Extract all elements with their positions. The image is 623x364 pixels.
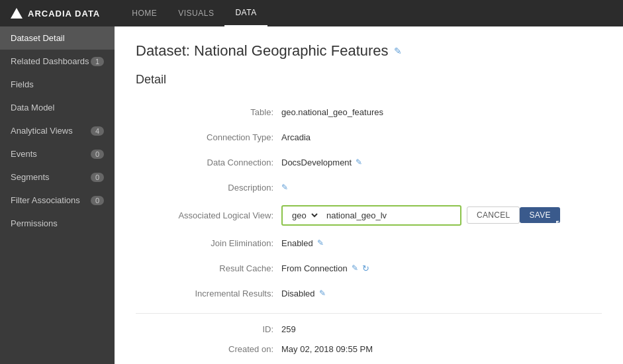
- sidebar-label-dataset-detail: Dataset Detail: [11, 33, 65, 43]
- cancel-button[interactable]: CANCEL: [467, 206, 520, 224]
- connection-type-row: Connection Type: Arcadia: [136, 128, 602, 146]
- nav-home[interactable]: HOME: [121, 0, 168, 26]
- created-on-row: Created on: May 02, 2018 09:55 PM: [136, 344, 602, 359]
- result-cache-label: Result Cache:: [136, 263, 281, 273]
- assoc-controls-group: geo: [281, 205, 461, 226]
- sidebar-label-permissions: Permissions: [11, 218, 58, 228]
- sidebar-badge-segments: 0: [91, 173, 104, 182]
- sidebar-badge-analytical-views: 4: [91, 126, 104, 136]
- sidebar-item-filter-associations[interactable]: Filter Associations 0: [0, 189, 115, 212]
- data-connection-row: Data Connection: DocsDevelopment ✎: [136, 153, 602, 171]
- description-label: Description:: [136, 183, 281, 193]
- join-elimination-row: Join Elimination: Enabled ✎: [136, 234, 602, 252]
- sidebar-item-data-model[interactable]: Data Model: [0, 96, 115, 119]
- incremental-results-value: Disabled ✎: [281, 289, 326, 298]
- logo-triangle-icon: [11, 8, 23, 19]
- description-row: Description: ✎: [136, 178, 602, 197]
- connection-type-value: Arcadia: [281, 132, 311, 142]
- data-connection-value: DocsDevelopment ✎: [281, 158, 362, 167]
- sidebar: Dataset Detail Related Dashboards 1 Fiel…: [0, 26, 115, 364]
- sidebar-item-dataset-detail[interactable]: Dataset Detail: [0, 26, 115, 50]
- sidebar-item-related-dashboards[interactable]: Related Dashboards 1: [0, 50, 115, 73]
- sidebar-badge-filter-associations: 0: [91, 196, 104, 205]
- id-value: 259: [281, 324, 296, 339]
- table-value: geo.national_geo_features: [281, 107, 383, 117]
- cursor-icon: ↖: [555, 218, 563, 228]
- result-cache-row: Result Cache: From Connection ✎ ↻: [136, 259, 602, 277]
- nav-visuals[interactable]: VISUALS: [168, 0, 224, 26]
- created-on-label: Created on:: [136, 344, 281, 359]
- save-label: SAVE: [529, 210, 550, 220]
- join-elimination-value: Enabled ✎: [281, 238, 324, 248]
- page-title: Dataset: National Geographic Features: [136, 42, 389, 60]
- assoc-view-input[interactable]: [324, 209, 456, 222]
- sidebar-label-fields: Fields: [11, 79, 34, 89]
- main-layout: Dataset Detail Related Dashboards 1 Fiel…: [0, 26, 623, 364]
- logo-text: ARCADIA DATA: [28, 9, 100, 19]
- sidebar-item-permissions[interactable]: Permissions: [0, 212, 115, 235]
- nav-data[interactable]: DATA: [224, 0, 267, 26]
- sidebar-badge-related-dashboards: 1: [91, 57, 104, 66]
- result-cache-text: From Connection: [281, 263, 348, 273]
- table-value-text: geo.national_geo_features: [281, 107, 383, 117]
- join-elimination-edit-icon[interactable]: ✎: [317, 238, 324, 248]
- save-button[interactable]: SAVE ↖: [520, 207, 559, 223]
- result-cache-value: From Connection ✎ ↻: [281, 263, 369, 273]
- sidebar-label-data-model: Data Model: [11, 103, 54, 113]
- created-on-value: May 02, 2018 09:55 PM: [281, 344, 373, 359]
- sidebar-item-events[interactable]: Events 0: [0, 142, 115, 165]
- section-divider: [136, 313, 602, 314]
- page-title-area: Dataset: National Geographic Features ✎: [136, 42, 602, 60]
- incremental-results-edit-icon[interactable]: ✎: [319, 289, 326, 298]
- id-label: ID:: [136, 324, 281, 339]
- description-value: ✎: [281, 183, 288, 192]
- sidebar-label-analytical-views: Analytical Views: [11, 126, 73, 136]
- assoc-label: Associated Logical View:: [136, 210, 281, 220]
- data-connection-label: Data Connection:: [136, 158, 281, 167]
- title-edit-icon[interactable]: ✎: [394, 46, 402, 56]
- data-connection-text: DocsDevelopment: [281, 158, 352, 167]
- sidebar-item-fields[interactable]: Fields: [0, 73, 115, 96]
- incremental-results-label: Incremental Results:: [136, 289, 281, 298]
- nav-items: HOME VISUALS DATA: [121, 0, 267, 26]
- connection-type-text: Arcadia: [281, 132, 311, 142]
- data-connection-edit-icon[interactable]: ✎: [356, 158, 362, 167]
- sidebar-label-filter-associations: Filter Associations: [11, 195, 80, 205]
- logo-area: ARCADIA DATA: [11, 8, 100, 19]
- result-cache-edit-icon[interactable]: ✎: [352, 263, 358, 273]
- sidebar-label-related-dashboards: Related Dashboards: [11, 56, 89, 66]
- result-cache-refresh-icon[interactable]: ↻: [362, 263, 369, 273]
- sidebar-badge-events: 0: [91, 150, 104, 159]
- table-row: Table: geo.national_geo_features: [136, 103, 602, 121]
- connection-type-label: Connection Type:: [136, 132, 281, 142]
- top-navigation: ARCADIA DATA HOME VISUALS DATA: [0, 0, 623, 26]
- join-elimination-text: Enabled: [281, 238, 313, 248]
- sidebar-item-segments[interactable]: Segments 0: [0, 165, 115, 189]
- sidebar-item-analytical-views[interactable]: Analytical Views 4: [0, 119, 115, 142]
- join-elimination-label: Join Elimination:: [136, 238, 281, 248]
- sidebar-label-events: Events: [11, 149, 37, 159]
- assoc-schema-select[interactable]: geo: [287, 208, 320, 222]
- incremental-results-row: Incremental Results: Disabled ✎: [136, 284, 602, 302]
- metadata-section: ID: 259 Created on: May 02, 2018 09:55 P…: [136, 324, 602, 364]
- sidebar-label-segments: Segments: [11, 172, 50, 182]
- assoc-logical-view-row: Associated Logical View: geo CANCEL SAVE…: [136, 203, 602, 227]
- table-label: Table:: [136, 107, 281, 117]
- incremental-results-text: Disabled: [281, 289, 315, 298]
- id-row: ID: 259: [136, 324, 602, 339]
- description-edit-icon[interactable]: ✎: [281, 183, 288, 192]
- content-area: Dataset: National Geographic Features ✎ …: [115, 26, 623, 364]
- section-title: Detail: [136, 73, 602, 92]
